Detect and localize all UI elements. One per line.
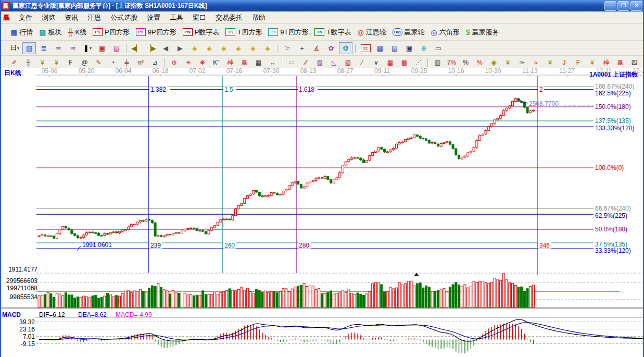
tool-wave-band-button[interactable]: ≈ — [529, 57, 542, 68]
toolbar-p-square-button[interactable]: PSP四方形 — [90, 27, 133, 38]
tool-wave-9-button[interactable]: ♒ — [66, 42, 80, 54]
tool-gann-flower-button[interactable]: ✿ — [324, 42, 338, 54]
tool-f-ruler-button[interactable]: F — [64, 57, 77, 68]
tool-percent-button[interactable]: % — [459, 57, 472, 68]
tool-price-comb-button[interactable]: ╪ — [120, 57, 133, 68]
tool-trend-pencil-button[interactable]: ∕ — [356, 57, 369, 68]
menu-item-0[interactable]: 文件 — [14, 12, 37, 23]
tool-width-measure-button[interactable]: ↔ — [266, 57, 279, 68]
tool-calculator-button[interactable]: ▦ — [373, 42, 387, 54]
tool-mirror-angle-button[interactable]: ⊿ — [148, 57, 161, 68]
tool-printer-button[interactable]: ▭ — [432, 42, 445, 54]
tool-purple-net-button[interactable]: ▨ — [313, 57, 326, 68]
tool-candle-style-button[interactable]: ❚▾ — [81, 42, 94, 54]
tool-time-circle-button[interactable]: ◔ — [106, 57, 119, 68]
tool-percent-line-button[interactable]: % — [473, 57, 486, 68]
menu-item-3[interactable]: 江恩 — [83, 12, 106, 23]
menu-item-7[interactable]: 窗口 — [188, 12, 211, 23]
tool-gold-fan-button[interactable]: ¥ — [586, 57, 599, 68]
tool-spiral-button[interactable]: @ — [78, 57, 91, 68]
menu-item-9[interactable]: 帮助 — [247, 12, 270, 23]
toolbar-9p-square-button[interactable]: P99P四方形 — [133, 27, 180, 38]
tool-star-rays-button[interactable]: ✳ — [182, 57, 195, 68]
toolbar-9t-square-button[interactable]: T99T四方形 — [265, 27, 311, 38]
tool-shen-lines-button[interactable]: 神 — [224, 57, 237, 68]
tool-zoom-diamond-out-button[interactable]: ◈ — [261, 42, 274, 54]
tool-chart-pattern-button[interactable]: ▧ — [22, 42, 36, 54]
tool-red-grid-2-button[interactable]: ▩ — [398, 57, 411, 68]
tool-zoom-diamond-h-button[interactable]: ◈ — [217, 42, 231, 54]
tool-send-web-button[interactable]: ⊕ — [417, 42, 431, 54]
minimize-button[interactable]: — — [604, 1, 616, 11]
menu-item-5[interactable]: 设置 — [142, 12, 165, 23]
tool-volume-profile-button[interactable]: ▤ — [110, 42, 123, 54]
maximize-button[interactable]: ❐ — [617, 1, 629, 11]
tool-n-square-button[interactable]: n² — [134, 57, 147, 68]
tool-last-page-button[interactable]: ▕▶ — [144, 42, 158, 54]
menu-item-4[interactable]: 公式选股 — [106, 12, 142, 23]
tool-info-list-button[interactable]: ≣ — [37, 42, 50, 54]
tool-notes-button[interactable]: ▤ — [388, 42, 401, 54]
tool-net-star-button[interactable]: ❋ — [196, 57, 209, 68]
close-button[interactable]: ✕ — [630, 1, 642, 11]
tool-four-fan-button[interactable]: 四 — [628, 57, 641, 68]
tool-ray-fan-button[interactable]: ∕∕ — [299, 57, 312, 68]
tool-shen-fan-button[interactable]: 神 — [600, 57, 613, 68]
tool-ink-brush-button[interactable]: ✑ — [515, 57, 528, 68]
tool-zoom-diamond-left-button[interactable]: ◈ — [188, 42, 201, 54]
tool-region-tool-button[interactable]: ▣ — [95, 42, 109, 54]
tool-wave-3-button[interactable]: ♒ — [52, 42, 65, 54]
tool-gold-channel-button[interactable]: ¥ — [501, 57, 514, 68]
tool-red-grid-button[interactable]: ▦ — [384, 57, 397, 68]
tool-angle-fan-button[interactable]: ◺ — [327, 57, 340, 68]
tool-gold-angle-line-button[interactable]: ¥ — [544, 57, 557, 68]
tool-next-page-button[interactable]: ▶ — [173, 42, 187, 54]
tool-first-page-button[interactable]: ◀▏ — [130, 42, 143, 54]
toolbar-winner-service-button[interactable]: $赢家服务 — [463, 27, 502, 38]
toolbar-quotes-button[interactable]: ▦行情 — [7, 27, 36, 38]
tool-circle-cross-button[interactable]: ⊕ — [168, 57, 181, 68]
tool-save-button[interactable]: ▣ — [402, 42, 416, 54]
tool-period-day-button[interactable]: 日▾ — [8, 42, 21, 54]
tool-zoom-diamond-in-button[interactable]: ◈ — [246, 42, 260, 54]
tool-rect-window-button[interactable]: ▭ — [285, 57, 298, 68]
tool-gold-section-button[interactable]: ¥ — [36, 57, 49, 68]
menu-item-2[interactable]: 资讯 — [60, 12, 83, 23]
toolbar-hexagon-button[interactable]: ◎六角形 — [428, 27, 463, 38]
tool-prev-page-button[interactable]: ◀ — [159, 42, 172, 54]
tool-hand-tool-button[interactable]: ☞ — [281, 42, 294, 54]
toolbar-t-square-button[interactable]: TST四方形 — [222, 27, 265, 38]
tool-red-net-fan-button[interactable]: ▧ — [342, 57, 355, 68]
tool-percent-mark-button[interactable]: 7% — [445, 57, 458, 68]
menu-item-8[interactable]: 交易委托 — [211, 12, 247, 23]
menu-item-6[interactable]: 工具 — [165, 12, 188, 23]
toolbar-gann-wheel-button[interactable]: ◎江恩轮 — [354, 27, 389, 38]
tool-percent-table-button[interactable]: ▥ — [431, 57, 444, 68]
toolbar-winner-wheel-button[interactable]: Big赢家轮 — [389, 27, 428, 38]
toolbar-kline-button[interactable]: ╫K线 — [65, 27, 90, 38]
tool-gold-section-2-button[interactable]: ¥ — [50, 57, 63, 68]
tool-j-angle-button[interactable]: J — [558, 57, 571, 68]
tool-calendar-button[interactable]: 21 — [359, 42, 372, 54]
tool-ying-fan-button[interactable]: 赢 — [614, 57, 627, 68]
toolbar-sectors-button[interactable]: ▩板块 — [36, 27, 65, 38]
tool-v-line-button[interactable]: ∨ — [370, 57, 383, 68]
tool-k-angle-button[interactable]: K″ — [210, 57, 223, 68]
tool-zoom-diamond-v-button[interactable]: ◈ — [232, 42, 245, 54]
tool-gold-circle-button[interactable]: ◉ — [487, 57, 500, 68]
toolbar-t-digit-table-button[interactable]: TNT数字表 — [311, 27, 354, 38]
tool-crosshair-tool-button[interactable]: + — [295, 42, 309, 54]
tool-ying-lines-button[interactable]: 赢 — [238, 57, 251, 68]
tool-airbrush-button[interactable]: ✐ — [8, 57, 21, 68]
tool-angle-measure-button[interactable]: ∡ — [310, 42, 323, 54]
tool-zoom-diamond-right-button[interactable]: ◈ — [203, 42, 216, 54]
tool-airbrush-2-button[interactable]: ✎ — [92, 57, 105, 68]
tool-f-angle-button[interactable]: F — [572, 57, 585, 68]
tool-gann-comb-button[interactable]: ╫ — [22, 57, 35, 68]
tool-gann-brain-button[interactable]: ❂ — [339, 42, 352, 54]
tool-slash-set-button[interactable]: ⋰ — [412, 57, 425, 68]
kline-chart-canvas[interactable]: 日K线 1A0001 上证指数 1991.0601 2508.7700 MACD… — [0, 68, 644, 357]
menu-item-1[interactable]: 浏览 — [37, 12, 60, 23]
toolbar-p-digit-table-button[interactable]: PNP数字表 — [180, 27, 223, 38]
tool-ruler-grid-button[interactable]: ▦ — [252, 57, 265, 68]
